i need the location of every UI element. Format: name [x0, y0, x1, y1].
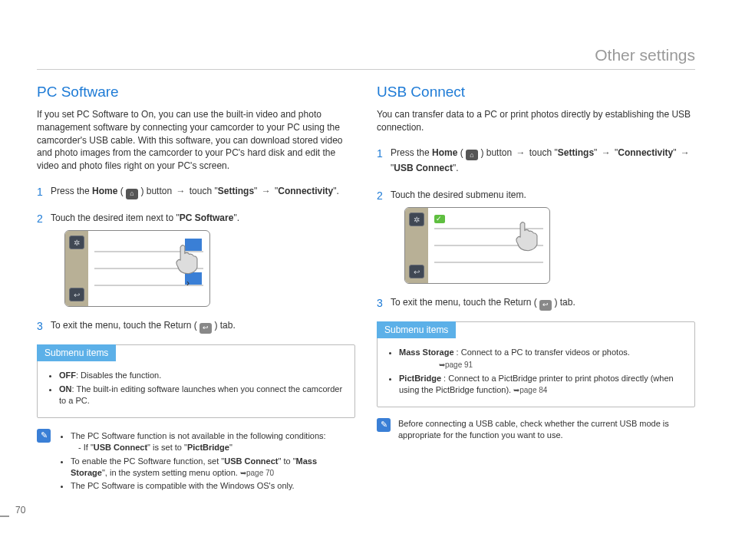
- left-submenu-box: Submenu items OFF: Disables the function…: [37, 344, 355, 418]
- left-step-2: Touch the desired item next to "PC Softw…: [37, 210, 355, 307]
- pc-software-screenshot: ✲ ↩ ›: [64, 230, 210, 307]
- right-submenu-box: Submenu items Mass Storage : Connect to …: [377, 321, 695, 407]
- usb-connect-screenshot: ✲ ↩: [404, 207, 550, 284]
- note-icon: ✎: [37, 429, 51, 443]
- note-item: The PC Software is compatible with the W…: [71, 480, 355, 492]
- right-note: ✎ Before connecting a USB cable, check w…: [377, 418, 695, 442]
- arrow-icon: →: [516, 147, 525, 158]
- usb-connect-intro: You can transfer data to a PC or print p…: [377, 108, 695, 134]
- check-icon: [434, 215, 445, 223]
- right-column: USB Connect You can transfer data to a P…: [377, 84, 695, 494]
- gear-icon: ✲: [69, 236, 84, 249]
- pc-software-intro: If you set PC Software to On, you can us…: [37, 108, 355, 173]
- arrow-icon: →: [176, 186, 185, 196]
- return-icon: ↩: [69, 288, 84, 301]
- note-icon: ✎: [377, 418, 391, 432]
- page-header-title: Other settings: [37, 46, 695, 64]
- submenu-heading: Submenu items: [37, 344, 116, 361]
- touch-hand-icon: [508, 217, 543, 252]
- left-note: ✎ The PC Software function is not availa…: [37, 429, 355, 494]
- left-column: PC Software If you set PC Software to On…: [37, 84, 355, 494]
- page-number-bar: [0, 516, 9, 517]
- note-text: Before connecting a USB cable, check whe…: [398, 419, 669, 440]
- arrow-icon: →: [262, 186, 271, 196]
- note-item: The PC Software function is not availabl…: [71, 430, 355, 454]
- submenu-item-off: OFF: Disables the function.: [59, 370, 344, 381]
- pc-software-heading: PC Software: [37, 84, 355, 100]
- right-step-3: To exit the menu, touch the Return ( ↩ )…: [377, 295, 695, 311]
- header-divider: [37, 69, 695, 70]
- submenu-item-on: ON: The built-in editing software launch…: [59, 384, 344, 407]
- left-step-3: To exit the menu, touch the Return ( ↩ )…: [37, 318, 355, 334]
- submenu-item-mass-storage: Mass Storage : Connect to a PC to transf…: [399, 347, 684, 371]
- right-step-1: Press the Home ( ⌂ ) button → touch "Set…: [377, 145, 695, 176]
- note-item: To enable the PC Software function, set …: [71, 456, 355, 479]
- return-icon: ↩: [409, 265, 424, 278]
- gear-icon: ✲: [409, 212, 424, 226]
- return-icon: ↩: [539, 300, 552, 311]
- submenu-heading: Submenu items: [377, 321, 456, 338]
- arrow-icon: →: [681, 147, 690, 158]
- submenu-item-pictbridge: PictBridge : Connect to a PictBridge pri…: [399, 373, 684, 397]
- left-step-1: Press the Home ( ⌂ ) button → touch "Set…: [37, 183, 355, 199]
- home-icon: ⌂: [466, 150, 478, 160]
- usb-connect-heading: USB Connect: [377, 84, 695, 100]
- home-icon: ⌂: [126, 189, 138, 199]
- arrow-icon: →: [602, 147, 611, 158]
- return-icon: ↩: [199, 323, 212, 334]
- page-number: 70: [15, 505, 25, 516]
- touch-hand-icon: [168, 240, 203, 275]
- right-step-2: Touch the desired submenu item. ✲ ↩: [377, 187, 695, 284]
